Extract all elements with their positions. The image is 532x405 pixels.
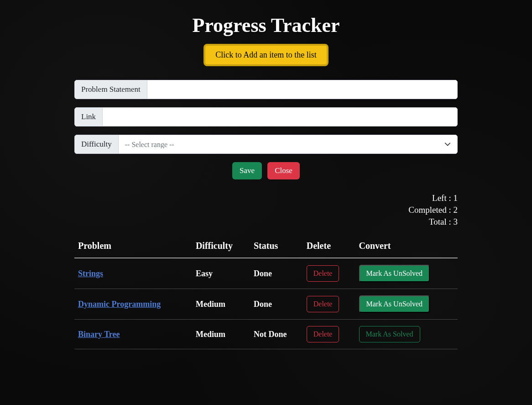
problem-statement-group: Problem Statement: [74, 80, 458, 99]
stats-left: Left : 1: [74, 193, 458, 203]
status-cell: Done: [250, 289, 303, 320]
problem-statement-input[interactable]: [147, 80, 458, 99]
delete-button[interactable]: Delete: [307, 326, 339, 342]
mark-solved-button[interactable]: Mark As Solved: [359, 326, 420, 342]
save-button[interactable]: Save: [232, 162, 262, 179]
problem-link[interactable]: Dynamic Programming: [78, 300, 161, 309]
col-difficulty: Difficulty: [192, 236, 250, 258]
page-title: Progress Tracker: [74, 14, 458, 37]
status-cell: Not Done: [250, 320, 303, 349]
link-group: Link: [74, 107, 458, 126]
difficulty-cell: Medium: [192, 289, 250, 320]
problem-link[interactable]: Strings: [78, 269, 103, 278]
difficulty-cell: Medium: [192, 320, 250, 349]
add-item-button[interactable]: Click to Add an item to the list: [203, 44, 328, 66]
difficulty-label: Difficulty: [74, 135, 118, 154]
delete-button[interactable]: Delete: [307, 296, 339, 312]
col-problem: Problem: [74, 236, 192, 258]
stats-panel: Left : 1 Completed : 2 Total : 3: [74, 193, 458, 227]
status-cell: Done: [250, 258, 303, 289]
link-label: Link: [74, 107, 102, 126]
stats-total: Total : 3: [74, 217, 458, 227]
table-row: StringsEasyDoneDeleteMark As UnSolved: [74, 258, 458, 289]
difficulty-group: Difficulty -- Select range --: [74, 135, 458, 154]
problem-statement-label: Problem Statement: [74, 80, 147, 99]
table-row: Binary TreeMediumNot DoneDeleteMark As S…: [74, 320, 458, 349]
table-row: Dynamic ProgrammingMediumDoneDeleteMark …: [74, 289, 458, 320]
mark-unsolved-button[interactable]: Mark As UnSolved: [359, 265, 430, 282]
problems-table: Problem Difficulty Status Delete Convert…: [74, 236, 458, 349]
delete-button[interactable]: Delete: [307, 265, 339, 282]
difficulty-select[interactable]: -- Select range --: [118, 135, 458, 154]
mark-unsolved-button[interactable]: Mark As UnSolved: [359, 295, 430, 313]
col-delete: Delete: [303, 236, 355, 258]
col-convert: Convert: [355, 236, 458, 258]
close-button[interactable]: Close: [267, 162, 300, 179]
link-input[interactable]: [102, 107, 458, 126]
problem-link[interactable]: Binary Tree: [78, 330, 120, 339]
difficulty-cell: Easy: [192, 258, 250, 289]
stats-completed: Completed : 2: [74, 205, 458, 215]
col-status: Status: [250, 236, 303, 258]
